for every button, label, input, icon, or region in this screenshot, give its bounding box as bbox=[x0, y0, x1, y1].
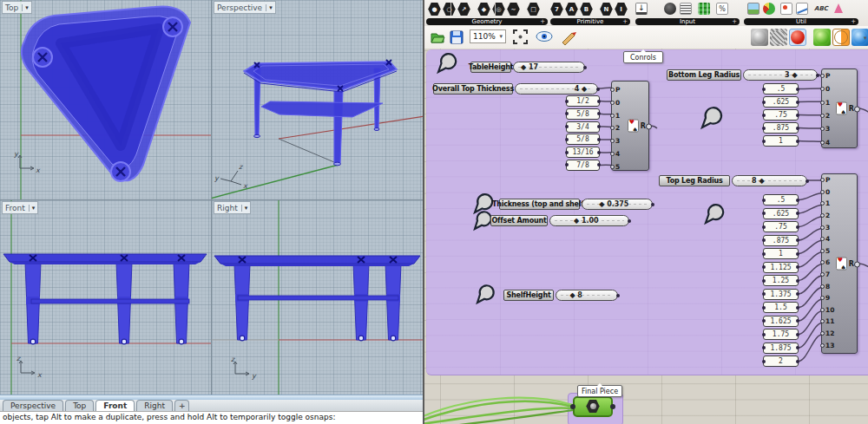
pick-output[interactable]: ♥♠ R bbox=[628, 120, 646, 133]
balloon-marker-icon[interactable] bbox=[435, 52, 457, 75]
slider-track[interactable]: 4 ◆ bbox=[515, 83, 598, 95]
pick-input[interactable]: P bbox=[612, 83, 648, 96]
number-panel[interactable]: .875 bbox=[763, 235, 799, 246]
slider-top-leg-radius[interactable]: Top Leg Radius 8 ◆ bbox=[659, 175, 807, 186]
number-param-icon[interactable]: N bbox=[600, 2, 613, 16]
interval-param-icon[interactable]: I bbox=[615, 2, 628, 16]
text-param-icon[interactable]: A bbox=[565, 2, 578, 16]
plane-param-icon[interactable]: ◆ bbox=[477, 2, 490, 16]
viewport-tab[interactable]: + bbox=[174, 400, 190, 411]
pick-choose-component[interactable]: P01234 ♥♠ R bbox=[821, 68, 858, 148]
slider-bottom-leg-radius[interactable]: Bottom Leg Radius 3 ◆ bbox=[667, 69, 818, 81]
slider-track[interactable]: 8 ◆ bbox=[732, 175, 807, 186]
pick-input[interactable]: 2 bbox=[822, 210, 857, 222]
number-panel[interactable]: 5/8 bbox=[566, 134, 600, 145]
number-panel[interactable]: 1 bbox=[763, 248, 799, 259]
zoom-extents-icon[interactable] bbox=[513, 29, 528, 44]
tab-expand-icon[interactable]: + bbox=[851, 18, 856, 25]
input-nub[interactable] bbox=[570, 404, 575, 409]
graph-mapper-icon[interactable]: % bbox=[716, 3, 728, 15]
pick-input[interactable]: 13 bbox=[822, 339, 857, 351]
slider-track[interactable]: ◆ 0.375 bbox=[582, 199, 653, 210]
pick-input[interactable]: 5 bbox=[822, 245, 857, 258]
slider-value[interactable]: 3 ◆ bbox=[785, 70, 798, 80]
pick-input[interactable]: P bbox=[822, 174, 857, 186]
viewport-right[interactable]: z y Right ▾ bbox=[212, 200, 423, 395]
slider-shelfheight[interactable]: ShelfHeight ◆ 8 bbox=[503, 290, 618, 301]
surface-param-icon[interactable]: □ bbox=[527, 2, 540, 16]
number-panel[interactable]: .75 bbox=[763, 221, 799, 232]
pick-output[interactable]: ♥♠ R bbox=[836, 258, 854, 271]
number-panel[interactable]: 5/8 bbox=[566, 108, 600, 120]
point-param-icon[interactable]: ○ bbox=[443, 2, 456, 16]
pick-input[interactable]: 0 bbox=[822, 186, 857, 199]
pick-choose-component[interactable]: P012345678910111213 ♥♠ R bbox=[821, 173, 858, 354]
number-panel[interactable]: .75 bbox=[763, 109, 799, 121]
integer-param-icon[interactable]: 7 bbox=[550, 2, 563, 16]
viewport-front[interactable]: z x Front ▾ bbox=[0, 200, 211, 395]
preview-off-icon[interactable] bbox=[751, 29, 768, 46]
number-panel[interactable]: 1.375 bbox=[763, 289, 799, 300]
viewport-tab[interactable]: Top bbox=[65, 400, 94, 411]
number-panel[interactable]: 1.5 bbox=[763, 302, 799, 313]
flask-icon[interactable] bbox=[832, 3, 845, 15]
pick-input[interactable]: 10 bbox=[822, 304, 857, 316]
number-panel[interactable]: 1.75 bbox=[763, 329, 799, 340]
tab-expand-icon[interactable]: + bbox=[622, 18, 628, 25]
chevron-down-icon[interactable]: ▾ bbox=[22, 4, 29, 11]
slider-value[interactable]: 4 ◆ bbox=[575, 84, 588, 94]
number-panel[interactable]: 1/2 bbox=[566, 95, 600, 107]
balloon-marker-icon[interactable] bbox=[702, 203, 725, 225]
pie-globe-icon[interactable] bbox=[763, 3, 775, 15]
preview-eye-icon[interactable] bbox=[536, 29, 553, 43]
image-sampler-icon[interactable] bbox=[747, 3, 760, 15]
chevron-down-icon[interactable]: ▾ bbox=[29, 205, 36, 212]
chevron-down-icon[interactable]: ▾ bbox=[266, 4, 273, 11]
balloon-marker-icon[interactable] bbox=[474, 284, 496, 305]
geometry-param-icon[interactable]: ● bbox=[428, 2, 441, 16]
slider-value[interactable]: 8 ◆ bbox=[752, 176, 765, 186]
viewport-perspective[interactable]: z y x Perspective ▾ bbox=[212, 0, 423, 199]
tab-geometry[interactable]: Geometry + bbox=[426, 18, 548, 25]
number-panel[interactable]: .5 bbox=[763, 194, 799, 205]
number-panel[interactable]: 1 bbox=[763, 135, 799, 147]
number-panel[interactable]: 3/4 bbox=[566, 121, 600, 133]
preview-wire-icon[interactable] bbox=[770, 29, 787, 46]
slider-thickness-top-shelf[interactable]: Thickness (top and shelf) ◆ 0.375 bbox=[499, 199, 653, 210]
number-panel[interactable]: 7/8 bbox=[566, 160, 600, 171]
tab-primitive[interactable]: Primitive + bbox=[550, 18, 630, 25]
curve-param-icon[interactable]: ~ bbox=[507, 2, 520, 16]
import-tray-icon[interactable]: ↓ bbox=[635, 3, 648, 15]
pick-output[interactable]: ♥♠ R bbox=[836, 102, 854, 115]
zoom-level-dropdown[interactable]: 110% ▾ bbox=[470, 29, 506, 43]
pick-input[interactable]: 3 bbox=[612, 134, 648, 147]
pick-input[interactable]: 0 bbox=[612, 96, 648, 109]
viewport-title-right[interactable]: Right ▾ bbox=[214, 201, 251, 214]
text-abc-icon[interactable]: ABC bbox=[815, 3, 827, 15]
slider-offset-amount[interactable]: Offset Amount ◆ 1.00 bbox=[490, 215, 629, 226]
gh-canvas[interactable]: Conrols Final Piece TableHeight ◆ 17 Ove… bbox=[424, 49, 868, 424]
quality-low-icon[interactable] bbox=[813, 29, 831, 46]
line-chart-icon[interactable] bbox=[796, 3, 808, 15]
scatter-chart-icon[interactable] bbox=[780, 3, 792, 15]
save-file-icon[interactable] bbox=[449, 29, 464, 45]
viewport-title-front[interactable]: Front ▾ bbox=[2, 201, 38, 214]
number-panel[interactable]: 2 bbox=[763, 356, 799, 367]
number-panel[interactable]: 1.125 bbox=[763, 262, 799, 273]
gene-pool-icon[interactable] bbox=[664, 3, 676, 15]
pick-input[interactable]: 3 bbox=[822, 122, 857, 135]
pixel-grid-icon[interactable] bbox=[698, 3, 710, 15]
pick-input[interactable]: 4 bbox=[822, 233, 857, 245]
number-panel[interactable]: 13/16 bbox=[566, 147, 600, 158]
pick-input[interactable]: 12 bbox=[822, 328, 857, 340]
item-list-icon[interactable] bbox=[680, 3, 692, 15]
slider-track[interactable]: ◆ 8 bbox=[556, 290, 618, 301]
sketch-pencil-icon[interactable] bbox=[560, 29, 577, 45]
tab-util[interactable]: Util + bbox=[744, 18, 858, 25]
pick-input[interactable]: 8 bbox=[822, 280, 857, 292]
viewport-title-perspective[interactable]: Perspective ▾ bbox=[214, 1, 276, 14]
slider-overall-top-thickness[interactable]: Overall Top Thickness 4 ◆ bbox=[433, 83, 598, 95]
number-panel[interactable]: .5 bbox=[763, 83, 799, 95]
viewport-title-top[interactable]: Top ▾ bbox=[2, 1, 32, 14]
pick-input[interactable]: 9 bbox=[822, 292, 857, 304]
